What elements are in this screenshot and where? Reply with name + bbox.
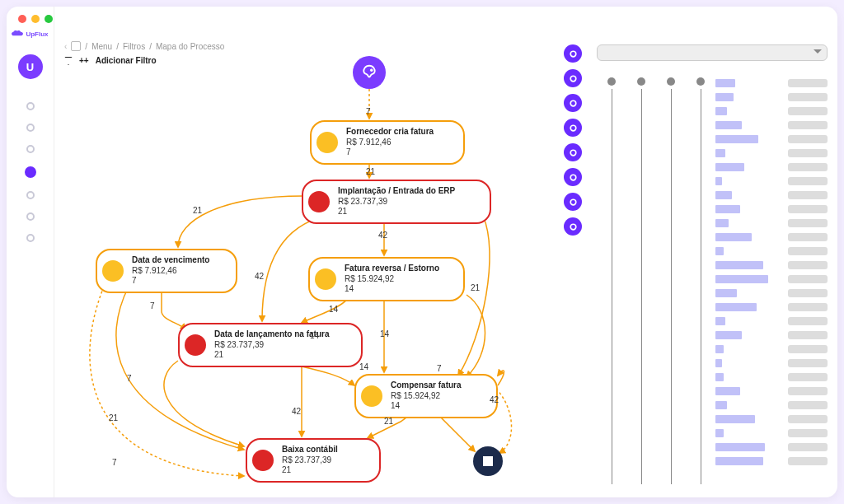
- node-status-bubble: [185, 334, 206, 356]
- settings-button[interactable]: [564, 193, 582, 211]
- zoom-in-button[interactable]: [564, 69, 582, 87]
- data-bar[interactable]: [715, 205, 740, 213]
- svg-point-1: [570, 51, 576, 57]
- data-bar[interactable]: [715, 219, 729, 227]
- right-panel: [597, 44, 828, 484]
- data-row-placeholder: [788, 261, 828, 269]
- process-map-canvas[interactable]: Fornecedor cria faturaR$ 7.912,467Implan…: [54, 40, 590, 491]
- grid-col: [656, 77, 686, 484]
- edge-label: 14: [380, 329, 389, 338]
- data-bar[interactable]: [715, 275, 768, 283]
- edge-label: 7: [366, 107, 371, 116]
- sidebar-nav-dot[interactable]: [26, 191, 35, 199]
- data-bar[interactable]: [715, 303, 757, 311]
- data-bar[interactable]: [715, 401, 727, 409]
- grid-button[interactable]: [564, 143, 582, 161]
- data-bar[interactable]: [715, 387, 740, 395]
- data-bar[interactable]: [715, 261, 763, 269]
- flow-node[interactable]: Compensar faturaR$ 15.924,9214: [354, 374, 498, 418]
- data-row-placeholder: [788, 429, 828, 437]
- data-bar[interactable]: [715, 149, 725, 157]
- data-row-placeholder: [788, 443, 828, 451]
- edge-label: 42: [378, 231, 387, 240]
- data-bar[interactable]: [715, 191, 732, 199]
- data-bar[interactable]: [715, 79, 735, 87]
- svg-point-0: [370, 69, 373, 72]
- edge-label: 42: [255, 272, 264, 281]
- node-value: R$ 15.924,92: [391, 391, 488, 402]
- data-row-placeholder: [788, 331, 828, 339]
- data-row-placeholder: [788, 415, 828, 423]
- data-row-placeholder: [788, 135, 828, 143]
- node-value: R$ 23.737,39: [338, 197, 481, 208]
- svg-point-5: [570, 150, 576, 156]
- data-bar[interactable]: [715, 233, 752, 241]
- data-row-placeholder: [788, 107, 828, 115]
- flow-node[interactable]: Data de vencimentoR$ 7.912,467: [96, 249, 237, 293]
- node-title: Fatura reversa / Estorno: [345, 264, 455, 274]
- data-bar[interactable]: [715, 93, 734, 101]
- data-bar[interactable]: [715, 345, 724, 353]
- sidebar-nav-dot[interactable]: [26, 145, 35, 153]
- edge-label: 21: [193, 206, 202, 215]
- data-row-placeholder: [788, 93, 828, 101]
- data-bar[interactable]: [715, 135, 758, 143]
- edge-label: 7: [112, 458, 117, 467]
- fit-button[interactable]: [564, 94, 582, 112]
- node-title: Data de lançamento na fatura: [214, 329, 353, 340]
- data-bar[interactable]: [715, 121, 742, 129]
- node-value: R$ 23.737,39: [214, 340, 353, 351]
- sidebar-nav-dot[interactable]: [25, 166, 36, 178]
- grid-col: [597, 77, 626, 484]
- data-row-placeholder: [788, 149, 828, 157]
- edge-label: 14: [310, 331, 319, 340]
- panel-dropdown[interactable]: [597, 44, 828, 61]
- sidebar-nav-dot[interactable]: [26, 124, 35, 132]
- sidebar-nav-dot[interactable]: [26, 234, 35, 242]
- app-logo[interactable]: UpFlux: [12, 30, 48, 38]
- data-bar[interactable]: [715, 331, 742, 339]
- data-row-placeholder: [788, 233, 828, 241]
- data-row-placeholder: [788, 387, 828, 395]
- svg-point-8: [570, 224, 576, 230]
- data-bar[interactable]: [715, 163, 744, 171]
- flow-node[interactable]: Fatura reversa / EstornoR$ 15.924,9214: [308, 257, 465, 301]
- data-bar[interactable]: [715, 107, 727, 115]
- edge-label: 42: [292, 407, 301, 416]
- data-bar[interactable]: [715, 247, 724, 255]
- data-row-placeholder: [788, 457, 828, 465]
- edge-label: 42: [490, 395, 499, 404]
- data-row-placeholder: [788, 303, 828, 311]
- download-button[interactable]: [564, 217, 582, 236]
- edge-label: 21: [366, 167, 375, 176]
- data-bar[interactable]: [715, 359, 722, 367]
- node-count: 21: [282, 465, 371, 476]
- data-bar[interactable]: [715, 415, 755, 423]
- flow-node[interactable]: Baixa contábilR$ 23.737,3921: [246, 438, 381, 483]
- edge-label: 7: [150, 301, 155, 310]
- data-bar[interactable]: [715, 177, 722, 185]
- flow-node[interactable]: Data de lançamento na faturaR$ 23.737,39…: [178, 323, 363, 367]
- flow-start-node[interactable]: [353, 56, 386, 89]
- edge-label: 7: [127, 374, 132, 383]
- data-bar[interactable]: [715, 373, 724, 381]
- flow-node[interactable]: Fornecedor cria faturaR$ 7.912,467: [310, 120, 465, 165]
- data-bar[interactable]: [715, 457, 763, 465]
- edge-label: 21: [471, 283, 480, 292]
- sidebar-nav-dot[interactable]: [26, 212, 35, 221]
- flow-end-node[interactable]: [473, 446, 503, 476]
- sidebar-nav-dot[interactable]: [26, 102, 35, 110]
- data-bar[interactable]: [715, 289, 737, 297]
- data-bar[interactable]: [715, 317, 725, 325]
- chevron-left-button[interactable]: [564, 44, 582, 63]
- data-row-placeholder: [788, 177, 828, 185]
- node-title: Compensar fatura: [391, 380, 488, 391]
- data-bar[interactable]: [715, 443, 765, 451]
- refresh-button[interactable]: [564, 168, 582, 186]
- flow-node[interactable]: Implantação / Entrada do ERPR$ 23.737,39…: [302, 180, 491, 224]
- svg-point-4: [570, 125, 576, 131]
- data-bar[interactable]: [715, 429, 724, 437]
- node-title: Implantação / Entrada do ERP: [338, 186, 481, 197]
- tree-button[interactable]: [564, 119, 582, 137]
- user-avatar[interactable]: U: [18, 54, 43, 79]
